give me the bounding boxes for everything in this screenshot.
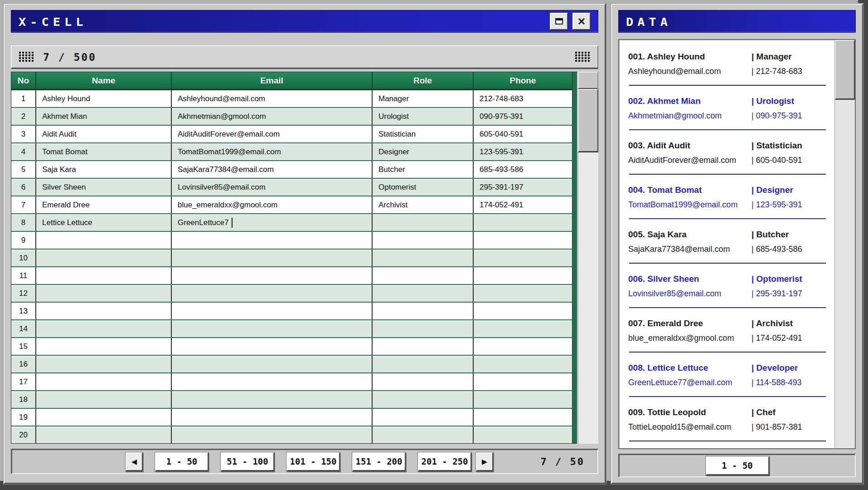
email-cell[interactable] <box>172 356 373 372</box>
email-cell[interactable] <box>172 338 373 355</box>
row-number-cell[interactable]: 2 <box>11 108 36 125</box>
row-number-cell[interactable]: 5 <box>11 161 36 178</box>
email-cell[interactable]: TomatBomat1999@email.com <box>172 143 373 160</box>
role-cell[interactable] <box>373 303 474 319</box>
row-number-cell[interactable]: 3 <box>11 126 36 142</box>
list-item[interactable]: 003. Aidit Audit| StatisticianAiditAudit… <box>628 140 828 175</box>
email-cell[interactable] <box>172 391 373 408</box>
data-titlebar[interactable]: DATA <box>618 10 856 33</box>
table-row[interactable]: 2Akhmet MianAkhmetmian@gmool.comUrologis… <box>11 108 572 126</box>
list-item[interactable]: 007. Emerald Dree| Archivistblue_emerald… <box>628 318 828 353</box>
name-cell[interactable]: Saja Kara <box>36 161 172 178</box>
drag-handle-icon-right[interactable] <box>575 52 590 62</box>
phone-cell[interactable] <box>474 426 572 443</box>
email-cell[interactable]: Ashleyhound@email.com <box>172 90 373 107</box>
role-cell[interactable] <box>373 250 474 266</box>
phone-cell[interactable] <box>474 214 572 231</box>
table-row[interactable]: 15 <box>11 338 572 356</box>
table-row[interactable]: 1Ashley HoundAshleyhound@email.comManage… <box>11 90 572 108</box>
page-range-button[interactable]: 51 - 100 <box>221 452 274 471</box>
table-row[interactable]: 4Tomat BomatTomatBomat1999@email.comDesi… <box>11 143 572 161</box>
name-cell[interactable] <box>36 320 172 337</box>
name-cell[interactable]: Silver Sheen <box>36 179 172 196</box>
role-cell[interactable]: Butcher <box>373 161 474 178</box>
table-row[interactable]: 17 <box>11 373 572 391</box>
phone-cell[interactable]: 685-493-586 <box>474 161 572 178</box>
name-cell[interactable]: Ashley Hound <box>36 90 172 107</box>
table-row[interactable]: 8Lettice LettuceGreenLettuce7 <box>11 214 572 232</box>
role-cell[interactable] <box>373 356 474 372</box>
list-item[interactable]: 001. Ashley Hound| ManagerAshleyhound@em… <box>628 51 828 86</box>
row-number-cell[interactable]: 8 <box>11 214 36 231</box>
table-row[interactable]: 14 <box>11 320 572 338</box>
name-cell[interactable]: Akhmet Mian <box>36 108 172 125</box>
email-cell[interactable] <box>172 409 373 426</box>
data-scrollbar-track[interactable] <box>835 100 855 448</box>
row-number-cell[interactable]: 16 <box>11 356 36 372</box>
phone-cell[interactable] <box>474 391 572 408</box>
phone-cell[interactable]: 212-748-683 <box>474 90 572 107</box>
phone-cell[interactable] <box>474 303 572 319</box>
phone-cell[interactable] <box>474 232 572 249</box>
role-cell[interactable]: Manager <box>373 90 474 107</box>
row-number-cell[interactable]: 18 <box>11 391 36 408</box>
phone-cell[interactable]: 123-595-391 <box>474 143 572 160</box>
table-row[interactable]: 20 <box>11 426 572 443</box>
table-row[interactable]: 6Silver SheenLovinsilver85@email.comOpto… <box>11 179 572 196</box>
role-cell[interactable] <box>373 373 474 390</box>
row-number-cell[interactable]: 13 <box>11 303 36 319</box>
data-page-button[interactable]: 1 - 50 <box>706 456 769 475</box>
row-number-cell[interactable]: 10 <box>11 250 36 266</box>
role-cell[interactable]: Urologist <box>373 108 474 125</box>
email-cell[interactable]: GreenLettuce7 <box>172 214 373 231</box>
name-cell[interactable]: Aidit Audit <box>36 126 172 142</box>
table-row[interactable]: 9 <box>11 232 572 250</box>
page-range-button[interactable]: 1 - 50 <box>155 452 209 471</box>
name-cell[interactable]: Emerald Dree <box>36 196 172 213</box>
row-number-cell[interactable]: 15 <box>11 338 36 355</box>
role-cell[interactable] <box>373 320 474 337</box>
email-cell[interactable] <box>172 285 373 302</box>
xcell-titlebar[interactable]: X-CELL <box>11 10 598 33</box>
row-number-cell[interactable]: 12 <box>11 285 36 302</box>
role-cell[interactable] <box>373 409 474 426</box>
list-item[interactable]: 005. Saja Kara| ButcherSajaKara77384@ema… <box>628 229 828 264</box>
table-row[interactable]: 7Emerald Dreeblue_emeraldxx@gmool.comArc… <box>11 196 572 214</box>
next-page-button[interactable]: ▶ <box>476 452 493 471</box>
table-row[interactable]: 18 <box>11 391 572 409</box>
list-item[interactable]: 002. Akhmet Mian| UrologistAkhmetmian@gm… <box>628 95 828 130</box>
row-number-cell[interactable]: 20 <box>11 426 36 443</box>
list-item[interactable]: 009. Tottie Leopold| ChefTottieLeopold15… <box>628 407 828 441</box>
name-cell[interactable] <box>36 250 172 266</box>
column-header-no[interactable]: No <box>11 72 36 89</box>
name-cell[interactable]: Tomat Bomat <box>36 143 172 160</box>
name-cell[interactable] <box>36 338 172 355</box>
role-cell[interactable] <box>373 267 474 284</box>
role-cell[interactable] <box>373 338 474 355</box>
phone-cell[interactable] <box>474 267 572 284</box>
name-cell[interactable]: Lettice Lettuce <box>36 214 172 231</box>
role-cell[interactable]: Archivist <box>373 196 474 213</box>
email-cell[interactable]: blue_emeraldxx@gmool.com <box>172 196 373 213</box>
email-cell[interactable] <box>172 320 373 337</box>
page-range-button[interactable]: 201 - 250 <box>418 452 471 471</box>
row-number-cell[interactable]: 17 <box>11 373 36 390</box>
name-cell[interactable] <box>36 267 172 284</box>
email-cell[interactable]: Akhmetmian@gmool.com <box>172 108 373 125</box>
column-header-name[interactable]: Name <box>36 72 172 89</box>
row-number-cell[interactable]: 4 <box>11 143 36 160</box>
row-number-cell[interactable]: 9 <box>11 232 36 249</box>
phone-cell[interactable] <box>474 409 572 426</box>
column-header-email[interactable]: Email <box>172 72 373 89</box>
phone-cell[interactable]: 605-040-591 <box>474 126 572 142</box>
table-scrollbar-track[interactable] <box>578 152 598 444</box>
list-item[interactable]: 006. Silver Sheen| OptomeristLovinsilver… <box>628 273 828 308</box>
maximize-button[interactable] <box>550 13 568 30</box>
name-cell[interactable] <box>36 391 172 408</box>
email-cell[interactable] <box>172 232 373 249</box>
phone-cell[interactable]: 090-975-391 <box>474 108 572 125</box>
name-cell[interactable] <box>36 409 172 426</box>
table-row[interactable]: 5Saja KaraSajaKara77384@email.comButcher… <box>11 161 572 179</box>
row-number-cell[interactable]: 11 <box>11 267 36 284</box>
name-cell[interactable] <box>36 303 172 319</box>
